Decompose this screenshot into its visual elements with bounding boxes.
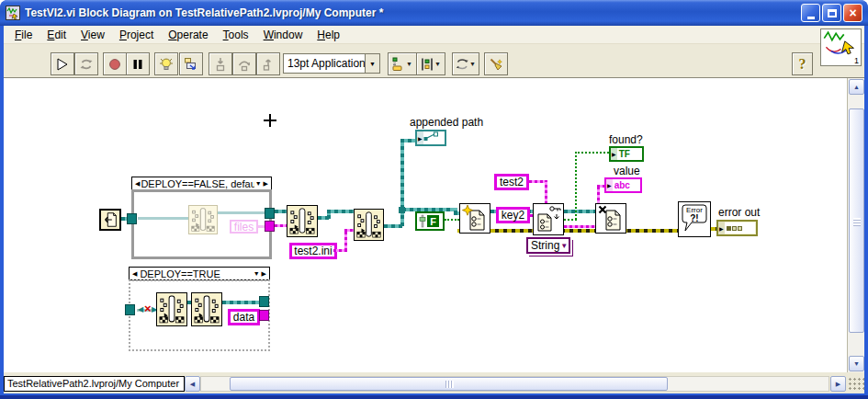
client-area: File Edit View Project Operate Tools Win… (4, 26, 864, 393)
case-structure-bottom-header[interactable]: ◀ DEPLOY==TRUE ▼ ▶ (129, 267, 270, 280)
close-icon: × (849, 6, 856, 19)
simple-error-handler-node[interactable]: Error ?! (678, 201, 711, 237)
dropdown-icon: ▼ (560, 242, 568, 250)
false-constant[interactable]: F (415, 211, 445, 231)
font-selector-arrow[interactable]: ▼ (365, 54, 379, 73)
retain-wire-values-button[interactable] (179, 52, 203, 75)
distribute-objects-button[interactable]: ▼ (416, 52, 445, 75)
error-cluster-glyph (725, 222, 743, 234)
menu-operate[interactable]: Operate (161, 27, 215, 43)
dropdown-icon: ▼ (469, 61, 476, 67)
wire-path (400, 139, 415, 142)
step-out-button[interactable] (256, 52, 280, 75)
files-constant-ghost[interactable]: files (230, 220, 258, 234)
align-objects-button[interactable]: ▼ (388, 52, 417, 75)
font-selector[interactable]: 13pt Application Font ▼ (283, 53, 380, 74)
wire-ghost-path (138, 217, 189, 220)
build-path-icon (192, 293, 221, 325)
menu-file[interactable]: File (7, 27, 39, 43)
open-config-data-node[interactable] (459, 203, 490, 234)
reorder-icon (456, 57, 468, 72)
menu-help[interactable]: Help (310, 27, 347, 43)
tunnel-path-out[interactable] (265, 208, 275, 219)
step-into-button[interactable] (209, 52, 232, 75)
menu-tools[interactable]: Tools (216, 27, 256, 43)
close-config-data-node[interactable] (595, 203, 626, 234)
appended-path-indicator[interactable]: ▶ (415, 130, 446, 146)
run-button[interactable] (51, 52, 74, 75)
run-continuous-icon (79, 57, 94, 72)
disabled-vi-node[interactable] (188, 205, 218, 234)
strip-path-node-2[interactable] (156, 292, 187, 326)
context-help-button[interactable]: ? (792, 52, 813, 75)
scroll-down-icon: ▼ (853, 360, 860, 367)
current-vi-path-node[interactable] (99, 209, 121, 231)
step-over-icon (237, 57, 252, 72)
read-key-node[interactable] (533, 203, 564, 235)
wire-path (384, 224, 402, 228)
close-button[interactable]: × (843, 4, 862, 22)
abort-button[interactable] (103, 52, 127, 75)
error-out-label: error out (718, 206, 760, 219)
scroll-right-button[interactable]: ▶ (830, 376, 846, 392)
vertical-scrollbar[interactable]: ▲ ▼ (847, 78, 864, 372)
tunnel-path-in[interactable] (127, 213, 137, 224)
found-indicator[interactable]: ▶ TF (609, 146, 644, 162)
case-prev-icon[interactable]: ◀ (134, 180, 141, 187)
test2-constant[interactable]: test2 (494, 174, 529, 190)
step-over-button[interactable] (232, 52, 256, 75)
strip-path-node[interactable] (287, 205, 318, 237)
case-dropdown-icon[interactable]: ▼ (254, 180, 263, 187)
case-prev-icon[interactable]: ◀ (131, 270, 138, 277)
build-path-node-2[interactable] (191, 292, 222, 326)
resize-grip[interactable] (847, 376, 864, 392)
broken-wire-icon: × (144, 302, 152, 314)
vertical-scrollbar-thumb[interactable] (849, 108, 864, 333)
case-next-icon[interactable]: ▶ (261, 270, 267, 277)
pause-button[interactable] (126, 52, 150, 75)
build-path-icon (157, 293, 186, 325)
case-structure-bottom-label: DEPLOY==TRUE (138, 268, 252, 279)
maximize-button[interactable] (822, 4, 841, 22)
wire-boolean (445, 219, 459, 221)
indicator-arrow-icon: ▶ (606, 179, 613, 191)
run-icon (55, 57, 70, 72)
menu-edit[interactable]: Edit (39, 27, 73, 43)
labview-block-diagram-window: TestVI2.vi Block Diagram on TestRelative… (0, 0, 868, 399)
scroll-down-button[interactable]: ▼ (849, 356, 864, 371)
menu-window[interactable]: Window (256, 27, 310, 43)
retain-wire-values-icon (184, 57, 198, 72)
value-indicator[interactable]: ▶ abc (604, 177, 642, 193)
wire-string (545, 180, 547, 204)
case-next-icon[interactable]: ▶ (263, 180, 269, 187)
close-config-icon (596, 204, 626, 233)
vi-icon-button[interactable]: 1 (820, 28, 862, 66)
wire-boolean (575, 152, 609, 154)
highlight-execution-button[interactable] (154, 52, 178, 75)
error-out-indicator[interactable]: ▶ (716, 220, 758, 236)
scroll-up-button[interactable]: ▲ (849, 79, 864, 95)
polymorphic-selector[interactable]: String ▼ (526, 237, 570, 254)
tunnel-string-out[interactable] (265, 221, 275, 232)
data-constant[interactable]: data (228, 309, 260, 325)
horizontal-scrollbar-thumb[interactable] (230, 377, 668, 391)
key2-constant[interactable]: key2 (496, 207, 530, 223)
tunnel-path-in[interactable] (125, 304, 135, 315)
tunnel-path-out[interactable] (259, 296, 269, 307)
build-path-node[interactable] (354, 209, 384, 241)
horizontal-scrollbar[interactable] (200, 376, 829, 392)
case-structure-top-header[interactable]: ◀ DEPLOY==FALSE, defaul ▼ ▶ (131, 177, 272, 190)
open-config-icon (460, 204, 490, 233)
minimize-button[interactable] (801, 4, 820, 22)
test2-ini-constant[interactable]: test2.ini (289, 243, 337, 259)
run-continuously-button[interactable] (74, 52, 98, 75)
menu-project[interactable]: Project (112, 27, 161, 43)
scroll-left-button[interactable]: ◀ (185, 376, 200, 392)
reorder-objects-button[interactable]: ▼ (452, 52, 479, 75)
broken-wire-arrow-icon: ◀ (138, 306, 143, 314)
menu-view[interactable]: View (73, 27, 112, 43)
tunnel-string-out[interactable] (259, 310, 269, 321)
case-dropdown-icon[interactable]: ▼ (253, 270, 261, 277)
clean-up-diagram-button[interactable] (484, 52, 508, 75)
error-handler-text: ?! (679, 213, 710, 223)
